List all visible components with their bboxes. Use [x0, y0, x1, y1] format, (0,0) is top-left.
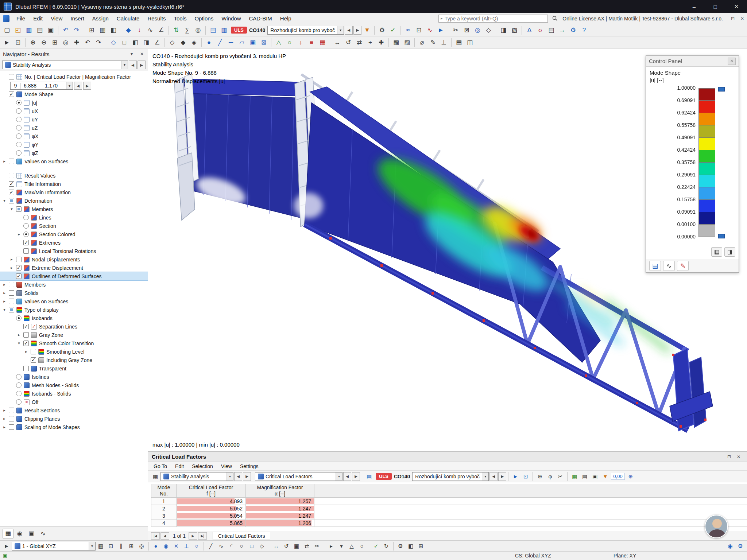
expander-icon[interactable]: ▸	[1, 159, 7, 164]
snap-tangent-icon[interactable]: ○	[192, 541, 201, 551]
expander-icon[interactable]: ▸	[1, 408, 7, 413]
select-window-icon[interactable]: ⊡	[13, 38, 23, 48]
zoom-in-icon[interactable]: ⊕	[28, 38, 38, 48]
measure-icon[interactable]: ⌀	[417, 38, 427, 48]
tree-item-gray-zone[interactable]: ▸Gray Zone	[0, 331, 148, 339]
checkbox[interactable]	[23, 240, 29, 245]
tree-item-mesh-nodes-solids[interactable]: Mesh Nodes - Solids	[0, 381, 148, 389]
tree-item-max-min-information[interactable]: Max/Min Information	[0, 188, 148, 197]
next-analysis-button[interactable]: ▶	[138, 61, 146, 69]
redo-icon[interactable]: ↷	[71, 25, 82, 35]
expander-icon[interactable]: ▸	[1, 425, 7, 429]
check-model-icon[interactable]: ✓	[388, 25, 398, 35]
cartesian-grid-icon[interactable]: ⊞	[127, 541, 136, 551]
checkbox[interactable]	[9, 159, 14, 164]
tree-item-isobands-solids[interactable]: Isobands - Solids	[0, 389, 148, 398]
menu-options[interactable]: Options	[190, 13, 217, 24]
results-menu-settings[interactable]: Settings	[236, 463, 263, 469]
snap-midpoint-icon[interactable]: ◉	[161, 541, 171, 551]
print-icon[interactable]: ▤	[35, 25, 45, 35]
radio-button[interactable]	[23, 215, 29, 220]
model-data-icon[interactable]: ◆	[123, 25, 133, 35]
sync-selection-icon[interactable]: ⊡	[521, 472, 530, 481]
snap-points-icon[interactable]: ⊡	[106, 541, 116, 551]
expander-icon[interactable]: ▸	[1, 291, 7, 295]
menu-window[interactable]: Window	[217, 13, 245, 24]
table-grid-icon[interactable]: ▦	[151, 472, 160, 481]
checkbox[interactable]	[16, 265, 22, 271]
next-table-button[interactable]: ▶	[352, 472, 360, 481]
previous-page-button[interactable]: ◀	[160, 532, 169, 540]
menu-cad-bim[interactable]: CAD-BIM	[245, 13, 276, 24]
app-menu-icon[interactable]	[3, 15, 9, 22]
draw-polygon-icon[interactable]: ◇	[257, 541, 267, 551]
menu-edit[interactable]: Edit	[29, 13, 47, 24]
expander-icon[interactable]: ▸	[1, 282, 7, 287]
mirror-icon[interactable]: ⇄	[354, 38, 364, 48]
views-navigator-tab-icon[interactable]: ▣	[26, 529, 37, 539]
checkbox[interactable]	[31, 357, 36, 363]
menu-results[interactable]: Results	[143, 13, 170, 24]
display-navigator-tab-icon[interactable]: ◉	[14, 529, 25, 539]
scale-options-button-icon[interactable]: ◨	[724, 247, 735, 257]
expander-icon[interactable]: ▸	[16, 232, 22, 237]
data-navigator-tab-icon[interactable]: ▦	[3, 529, 13, 539]
checkbox[interactable]	[16, 257, 22, 262]
search-input[interactable]	[445, 16, 547, 22]
radio-button[interactable]	[16, 374, 22, 380]
show-results-icon[interactable]: ≈	[403, 25, 413, 35]
display-properties-icon[interactable]: ▧	[509, 25, 519, 35]
menu-file[interactable]: File	[12, 13, 29, 24]
next-analysis-button[interactable]: ▶	[243, 472, 251, 481]
select-special-icon[interactable]: ▾	[337, 541, 346, 551]
edit-copy-icon[interactable]: ▣	[292, 541, 301, 551]
table-row[interactable]: 14.8931.257	[151, 498, 747, 505]
move-copy-icon[interactable]: ↔	[332, 38, 342, 48]
transparent-render-icon[interactable]: ◈	[189, 38, 199, 48]
regenerate-icon[interactable]: ↻	[382, 541, 391, 551]
tree-item-local-torsional-rotations[interactable]: Local Torsional Rotations	[0, 247, 148, 255]
tree-item-outlines-of-deformed-surfaces[interactable]: Outlines of Deformed Surfaces	[0, 272, 148, 280]
radio-button[interactable]	[23, 223, 29, 229]
expander-icon[interactable]: ▸	[1, 416, 7, 421]
tree-item-lines[interactable]: Lines	[0, 213, 148, 222]
help-icon[interactable]: ?	[579, 25, 589, 35]
user-avatar[interactable]	[705, 515, 728, 538]
visibility-icon[interactable]: ◎	[472, 25, 483, 35]
select-pointer-icon[interactable]: ►	[2, 38, 12, 48]
menu-insert[interactable]: Insert	[66, 13, 88, 24]
previous-analysis-button[interactable]: ◀	[234, 472, 242, 481]
results-navigator-tab-icon[interactable]: ∿	[38, 529, 49, 539]
guide-objects-icon[interactable]: ∠	[156, 25, 166, 35]
results-panel-close-icon[interactable]: ✕	[734, 453, 743, 461]
dimension-icon[interactable]: ⊥	[439, 38, 449, 48]
chevron-down-icon[interactable]: ▾	[336, 472, 342, 481]
control-panel-close-icon[interactable]: ✕	[728, 58, 736, 65]
chevron-down-icon[interactable]: ▾	[89, 542, 95, 550]
table-row[interactable]: 25.0521.247	[151, 505, 747, 512]
calculate-all-icon[interactable]: ⚙	[377, 25, 387, 35]
filter-loading-icon[interactable]: ▼	[362, 25, 372, 35]
snap-intersection-icon[interactable]: ✕	[171, 541, 181, 551]
checkbox[interactable]	[23, 332, 29, 338]
next-combination-button[interactable]: ▶	[353, 26, 361, 35]
column-header-magnification-factor[interactable]: Magnification Factorα [--]	[246, 484, 314, 498]
new-area-load-icon[interactable]: ▦	[317, 38, 328, 48]
export-table-icon[interactable]: ▤	[580, 472, 589, 481]
design-situations-icon[interactable]: ◎	[193, 25, 203, 35]
load-cases-icon[interactable]: ⇅	[171, 25, 181, 35]
new-member-icon[interactable]: ─	[226, 38, 236, 48]
radio-button[interactable]	[16, 142, 22, 147]
checkbox[interactable]	[9, 416, 14, 421]
column-header-critical-load-factor[interactable]: Critical Load Factorf [--]	[177, 484, 246, 498]
new-line-load-icon[interactable]: ≡	[306, 38, 317, 48]
control-panel-header[interactable]: Control Panel ✕	[646, 56, 739, 67]
tree-item-separation-lines[interactable]: Separation Lines	[0, 322, 148, 331]
tree-item-uy[interactable]: uY	[0, 115, 148, 124]
tree-item-extreme-displacement[interactable]: ▸Extreme Displacement	[0, 264, 148, 272]
view-xz-icon[interactable]: ◧	[130, 38, 140, 48]
coordinate-system-combo[interactable]: 1 - Global XYZ ▾	[12, 542, 96, 551]
snap-perpendicular-icon[interactable]: ⊥	[182, 541, 191, 551]
select-all-icon[interactable]: ▸	[326, 541, 336, 551]
checkbox[interactable]	[9, 307, 14, 312]
